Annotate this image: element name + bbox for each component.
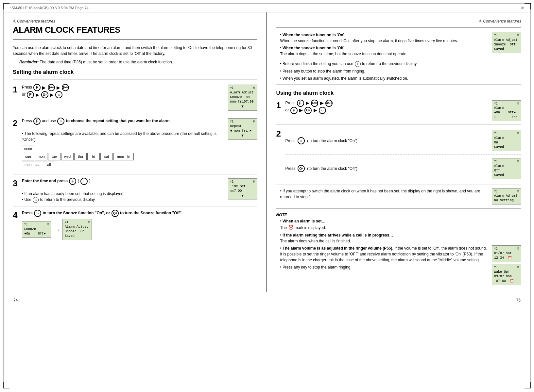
right-step-1-display: Yl® Alarm ◄On Off► ↕ F44 (492, 100, 521, 122)
note-lcd-time: Yl® 01/07 sat 12:34 ⏰ (492, 245, 521, 262)
step-2-btn-o[interactable]: ○ (57, 118, 64, 125)
step-4-lcd1: Yl® Snooze ◄On Off► (22, 221, 51, 238)
step-4-displays: Yl® Snooze ◄On Off► → Yl® Alarm Adjust S… (22, 219, 257, 240)
right-step-1: 1 Press F ▶ 4GHI ▶ 4GHI or F ▶ O# ▶ ○ (276, 100, 522, 125)
press-off-btn[interactable]: O# (298, 165, 305, 172)
note-lcd-wakeup: Yl® Wake Up! 03/07 mon 07:00 ⏰ (492, 264, 521, 285)
step-1-btn-4ghi[interactable]: 4GHI (48, 84, 55, 91)
step-1-btn-f[interactable]: F (33, 84, 41, 91)
right-step-2-number: 2 (276, 129, 285, 139)
right-step-1-btn-f[interactable]: F (297, 100, 304, 107)
lcd1-icon: ® (253, 86, 255, 90)
left-section-title: ALARM CLOCK FEATURES (13, 25, 257, 35)
step-1-or-btn-f[interactable]: F (27, 91, 34, 98)
press-off-text: (to turn the alarm clock "Off") (307, 166, 357, 172)
lcd1-signal: Yl (230, 86, 234, 90)
repeat-table: once sun mon tue wed thu fri sat mon - f… (22, 145, 228, 169)
snooze-nav-btn[interactable]: ○ (355, 61, 361, 67)
note-3-text-wrap: The alarm volume is as adjusted in the r… (276, 245, 489, 271)
top-bar: *SM-801 PHS/sec4(GB) 00.3.9 5:04 PM Page… (4, 4, 530, 12)
repeat-sat: sat (100, 153, 113, 160)
step-1-or-btn-nav[interactable]: ○ (55, 91, 62, 98)
step-4-off-text: to turn the Snooze function "Off". (120, 211, 182, 215)
step-3-paren: ( (78, 179, 79, 184)
rlcd2b-icon: ® (517, 160, 519, 164)
right-step-1-or-nav[interactable]: ○ (319, 107, 326, 114)
press-on-btn[interactable]: ○ (298, 137, 305, 144)
right-step-1-btn-4b[interactable]: 4GHI (325, 100, 333, 107)
note-section: NOTE When an alarm is set… The ⏰ mark is… (276, 212, 522, 285)
step-4-lcd2: Yl® Alarm Adjust Snooze On Saved (62, 219, 92, 240)
snooze-lcd-icon: ® (517, 34, 519, 38)
rlcd2b-body: Alarm Off Saved (494, 164, 519, 178)
right-step-1-btn-4a[interactable]: 4GHI (311, 100, 318, 107)
note-lcd-t-body: 01/07 sat 12:34 ⏰ (494, 251, 519, 260)
note-4: Press any key to stop the alarm ringing. (280, 264, 489, 270)
step-3-btn-o[interactable]: ○ (80, 178, 88, 185)
repeat-wed: wed (61, 153, 74, 160)
right-divider (276, 27, 522, 27)
page-numbers: 74 75 (4, 295, 530, 305)
step-2-btn-f[interactable]: F (33, 118, 41, 125)
lcd1-body: Alarm Adjust Snooze on mon-fri07:00 (230, 90, 255, 104)
right-step-2-lcd-off: Yl® Alarm Off Saved (492, 158, 521, 179)
snooze-bullet-2: When the snooze function is 'Off' The al… (280, 45, 489, 57)
step-3-nav-btn[interactable]: ○ (33, 197, 39, 203)
right-step-1-arr1: ▶ (306, 100, 309, 106)
step-2-bold: to choose the repeat setting that you wa… (66, 119, 171, 123)
step-4-press: Press (22, 211, 34, 215)
step-4-content: Press ○ to turn the Snooze function "On"… (22, 210, 257, 240)
press-on-label: Press (285, 138, 296, 144)
right-step-1-arr2: ▶ (320, 100, 324, 106)
main-content: 4. Convenience features ALARM CLOCK FEAT… (4, 12, 530, 292)
snooze-off-bold: When the snooze function is 'Off' (283, 46, 344, 50)
step-4-btn-o1[interactable]: ○ (34, 210, 41, 217)
step-4-btn-o2[interactable]: O# (112, 210, 119, 217)
lcd3-signal: Yl (230, 180, 234, 184)
lcd2-icon: ® (253, 120, 255, 124)
step-1-btn-3def[interactable]: 3DEF (62, 84, 69, 91)
step-3-display: Yl® Time Set ▯▯7:00 ▼ (228, 178, 257, 200)
step-2-number: 2 (13, 118, 22, 128)
repeat-mon: mon (35, 153, 47, 160)
right-step-1-or-f[interactable]: F (290, 107, 298, 114)
repeat-all: all (43, 161, 55, 169)
lcd3-icon: ® (253, 180, 255, 184)
right-step-1-or-o[interactable]: O# (304, 107, 312, 114)
step-4-arrow: → (54, 225, 60, 235)
step-3-lcd: Yl® Time Set ▯▯7:00 ▼ (228, 178, 257, 200)
step-2-and: and use (42, 119, 57, 123)
page-left: 74 (13, 298, 18, 302)
lcd4b-signal: Yl (65, 220, 68, 225)
rlcd2a-signal: Yl (494, 132, 498, 136)
repeat-fri: fri (87, 153, 100, 160)
repeat-once: once (22, 145, 34, 153)
ns-lcd-body: Alarm Adjust No Setting (494, 194, 519, 203)
rlcd2a-body: Alarm On Saved (494, 136, 519, 150)
step-1-or-btn-o[interactable]: O# (41, 91, 48, 98)
note-2-bold: If the alarm setting time arrives while … (283, 233, 393, 237)
step-2-press: Press (22, 119, 33, 123)
note-title: NOTE (276, 212, 522, 218)
note-3-bold: The alarm volume is as adjusted in the r… (283, 246, 393, 251)
note-lcd-t-signal: Yl (494, 247, 498, 251)
snooze-bullet-1: When the snooze function is 'On' When th… (280, 32, 489, 44)
snooze-display-right: Yl® Alarm Adjust Snooze Off Saved (492, 32, 521, 58)
right-section-divider2 (276, 85, 522, 85)
corner-tr (525, 3, 531, 9)
note-1-bold: When an alarm is set… (283, 219, 325, 223)
note-lcd-w-body: Wake Up! 03/07 mon 07:00 ⏰ (494, 270, 519, 284)
step-3: 3 Enter the time and press F ( ○ ). • If… (13, 178, 257, 206)
step-3-btn-f[interactable]: F (69, 178, 76, 185)
page-outer: *SM-801 PHS/sec4(GB) 00.3.9 5:04 PM Page… (3, 3, 531, 388)
snooze-bullet-4: Press any button to stop the alarm from … (280, 68, 522, 74)
page-right: 75 (516, 298, 521, 302)
lcd2-signal: Yl (230, 120, 234, 124)
right-step-2-content: Press ○ (to turn the alarm clock "On") Y… (285, 128, 522, 181)
step-3-number: 3 (13, 178, 22, 188)
corner-tl (3, 3, 9, 9)
lcd2-arrow: ▼ (230, 133, 255, 138)
note-2: If the alarm setting time arrives while … (280, 232, 522, 244)
lcd4b-body: Alarm Adjust Snooze On Saved (65, 225, 90, 238)
repeat-row-3: mon - sat all (22, 161, 228, 169)
